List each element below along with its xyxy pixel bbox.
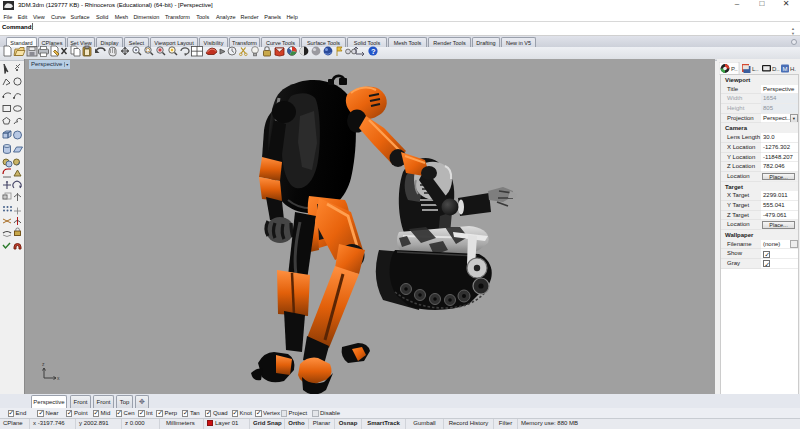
svg-text:P..: P.. [731, 66, 738, 72]
svg-text:H.: H. [790, 66, 796, 72]
svg-text:z: z [42, 361, 45, 367]
svg-text:x: x [57, 375, 60, 381]
svg-text:L..: L.. [752, 66, 759, 72]
svg-text:D..: D.. [772, 66, 780, 72]
svg-text:?: ? [371, 47, 376, 56]
svg-text:M: M [783, 66, 788, 72]
